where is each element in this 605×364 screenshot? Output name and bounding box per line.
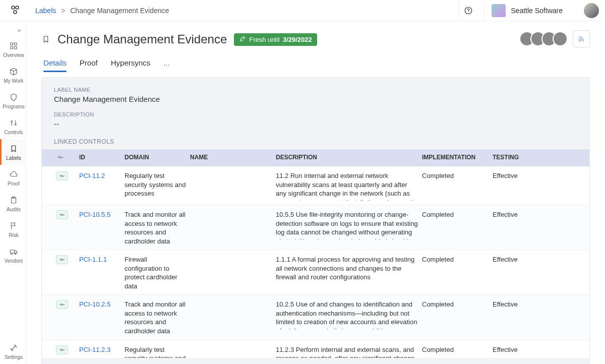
row-status-icon	[54, 171, 77, 180]
row-status-icon	[54, 255, 77, 264]
description-heading: DESCRIPTION	[54, 111, 577, 117]
header-implementation[interactable]: IMPLEMENTATION	[420, 154, 491, 161]
page-title: Change Management Evidence	[57, 32, 227, 46]
cell-testing: Effective	[491, 255, 551, 264]
cell-testing: Effective	[491, 210, 551, 219]
control-id-link[interactable]: PCI-11.2	[77, 171, 123, 180]
avatar[interactable]	[553, 31, 568, 46]
nav-label: Risk	[9, 232, 18, 238]
tab-more[interactable]: ...	[163, 55, 170, 72]
breadcrumb-current: Change Management Evidence	[70, 7, 169, 15]
control-id-link[interactable]: PCI-1.1.1	[77, 255, 123, 264]
header-description[interactable]: DESCRIPTION	[274, 154, 420, 161]
nav-label: Proof	[8, 181, 20, 187]
row-status-icon	[54, 345, 77, 354]
label-name-value: Change Management Evidence	[54, 95, 577, 103]
control-id-link[interactable]: PCI-10.5.5	[77, 210, 123, 219]
nav-settings[interactable]: Settings	[0, 338, 26, 364]
breadcrumb-parent[interactable]: Labels	[35, 7, 56, 15]
bookmark-outline-icon[interactable]	[41, 35, 50, 44]
left-nav: » Overview My Work Programs Controls Lab…	[0, 21, 26, 364]
cell-description: 1.1.1 A formal process for approving and…	[274, 255, 420, 282]
feed-button[interactable]	[573, 30, 590, 47]
clipboard-icon	[9, 196, 18, 205]
cloud-icon	[9, 170, 18, 179]
svg-rect-5	[11, 43, 13, 45]
truck-icon	[9, 247, 18, 256]
tools-icon	[9, 343, 18, 352]
header-name[interactable]: NAME	[188, 154, 274, 161]
svg-rect-13	[10, 250, 14, 253]
fresh-date: 3/29/2022	[283, 36, 312, 43]
user-avatar[interactable]	[584, 3, 599, 18]
nav-programs[interactable]: Programs	[0, 88, 26, 113]
nav-vendors[interactable]: Vendors	[0, 242, 26, 268]
nav-risk[interactable]: Risk	[0, 216, 26, 242]
cell-testing: Effective	[491, 171, 551, 180]
cell-description: 11.2 Run internal and external network v…	[274, 171, 420, 201]
nav-label: Programs	[3, 104, 24, 109]
cell-implementation: Completed	[420, 171, 491, 180]
top-bar: Labels > Change Management Evidence Seat…	[0, 0, 605, 21]
header-id[interactable]: ID	[77, 154, 123, 161]
cell-domain: Regularly test security systems and proc…	[123, 171, 188, 198]
table-row[interactable]: PCI-11.2Regularly test security systems …	[42, 166, 589, 205]
nav-label: Audits	[7, 207, 21, 212]
help-button[interactable]	[459, 2, 477, 20]
svg-point-0	[12, 6, 15, 9]
breadcrumb: Labels > Change Management Evidence	[35, 7, 169, 15]
details-panel: LABEL NAME Change Management Evidence DE…	[41, 77, 590, 364]
page-header: Change Management Evidence Fresh until 3…	[26, 21, 605, 72]
table-row[interactable]: PCI-10.5.5Track and monitor all access t…	[42, 205, 589, 250]
cell-implementation: Completed	[420, 345, 491, 354]
nav-label: My Work	[4, 78, 23, 84]
nav-proof[interactable]: Proof	[0, 165, 26, 191]
table-row[interactable]: PCI-11.2.3Regularly test security system…	[42, 340, 589, 358]
nav-collapse-toggle[interactable]: »	[0, 24, 26, 36]
cell-implementation: Completed	[420, 210, 491, 219]
org-switcher[interactable]: Seattle Software	[484, 0, 570, 21]
svg-point-16	[579, 40, 580, 41]
svg-point-1	[16, 6, 19, 9]
nav-audits[interactable]: Audits	[0, 191, 26, 216]
cell-domain: Regularly test security systems and proc…	[123, 345, 188, 358]
table-body: PCI-11.2Regularly test security systems …	[42, 166, 589, 358]
label-name-heading: LABEL NAME	[54, 87, 577, 93]
table-row[interactable]: PCI-1.1.1Firewall configuration to prote…	[42, 250, 589, 295]
header-domain[interactable]: DOMAIN	[123, 154, 188, 161]
linked-controls-heading: LINKED CONTROLS	[42, 136, 589, 149]
svg-rect-8	[15, 47, 17, 49]
box-icon	[9, 67, 18, 76]
svg-rect-6	[15, 43, 17, 45]
nav-overview[interactable]: Overview	[0, 36, 26, 62]
nav-label: Controls	[4, 130, 23, 135]
cell-description: 11.2.3 Perform internal and external sca…	[274, 345, 420, 358]
tab-hypersyncs[interactable]: Hypersyncs	[111, 55, 150, 72]
tab-details[interactable]: Details	[43, 55, 67, 72]
app-logo[interactable]	[9, 4, 21, 16]
svg-point-2	[14, 11, 17, 14]
control-id-link[interactable]: PCI-11.2.3	[77, 345, 123, 354]
header-testing[interactable]: TESTING	[491, 154, 551, 161]
svg-point-14	[11, 253, 12, 254]
contributor-avatars[interactable]	[519, 31, 568, 46]
leaf-icon	[239, 35, 246, 44]
nav-label: Settings	[5, 354, 23, 360]
nav-label: Labels	[6, 155, 21, 161]
nav-labels[interactable]: Labels	[0, 139, 26, 165]
cell-domain: Track and monitor all access to network …	[123, 210, 188, 246]
cell-implementation: Completed	[420, 255, 491, 264]
description-value: --	[54, 119, 577, 128]
control-id-link[interactable]: PCI-10.2.5	[77, 300, 123, 309]
nav-controls[interactable]: Controls	[0, 113, 26, 139]
tab-proof[interactable]: Proof	[80, 55, 98, 72]
grid-icon	[9, 41, 18, 50]
tabs: Details Proof Hypersyncs ...	[41, 55, 590, 72]
cell-description: 10.5.5 Use file-integrity monitoring or …	[274, 210, 420, 239]
table-row[interactable]: PCI-10.2.5Track and monitor all access t…	[42, 295, 589, 340]
nav-mywork[interactable]: My Work	[0, 62, 26, 88]
org-name: Seattle Software	[511, 7, 563, 15]
cell-testing: Effective	[491, 345, 551, 354]
cell-description: 10.2.5 Use of and changes to identificat…	[274, 300, 420, 329]
org-avatar-icon	[492, 4, 506, 17]
